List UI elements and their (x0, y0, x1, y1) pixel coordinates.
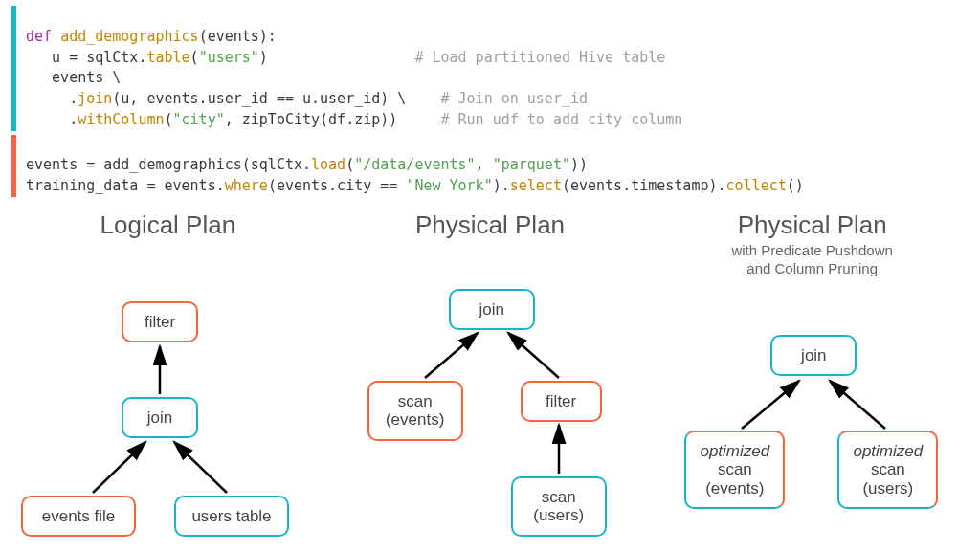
line4-args: (u, events.user_id == u.user_id) \ (112, 90, 406, 107)
scan-events-l1: scan (398, 392, 433, 410)
plans-row: Logical Plan filter join events file use… (11, 210, 969, 552)
node-filter: filter (521, 381, 602, 423)
line4-comment: # Join on user_id (440, 90, 588, 107)
svg-line-4 (508, 333, 559, 378)
scan-us-l1: scan (871, 460, 905, 478)
node-opt-scan-users: optimized scan (users) (837, 431, 938, 510)
scan-users-l1: scan (542, 488, 576, 506)
physical-plan-title: Physical Plan (334, 210, 647, 240)
code-block-function: def add_demographics(events): u = sqlCtx… (11, 6, 969, 131)
func-name: add_demographics (60, 28, 199, 45)
line2-lhs: u = sqlCtx. (52, 49, 146, 66)
opt-label-us: optimized (853, 442, 923, 460)
opt-label-ev: optimized (700, 442, 769, 460)
optimized-plan-subtitle: with Predicate Pushdown and Column Pruni… (656, 242, 969, 278)
node-events-file: events file (21, 496, 136, 538)
line2-comment: # Load partitioned Hive table (414, 49, 665, 66)
optimized-plan: Physical Plan with Predicate Pushdown an… (656, 210, 969, 552)
node-filter: filter (122, 301, 198, 343)
line4-call: join (78, 90, 112, 107)
node-scan-users: scan (users) (511, 476, 607, 537)
svg-line-3 (425, 333, 478, 378)
scan-us-l2: (users) (862, 479, 913, 497)
scan-users-l2: (users) (533, 506, 584, 524)
logical-plan-title: Logical Plan (11, 210, 324, 240)
scan-ev-l2: (events) (705, 479, 764, 497)
scan-events-l2: (events) (386, 410, 444, 429)
line5-str: "city" (173, 111, 225, 128)
line2-arg: "users" (199, 49, 259, 66)
node-users-table: users table (174, 496, 289, 538)
node-scan-events: scan (events) (368, 381, 463, 441)
sub-line: with Predicate Pushdown and Column Pruni… (731, 242, 892, 276)
physical-plan: Physical Plan join scan (events) filter … (334, 210, 647, 552)
svg-line-1 (93, 442, 145, 493)
node-join: join (122, 397, 198, 439)
line2-call: table (146, 49, 189, 66)
scan-ev-l1: scan (718, 460, 752, 478)
node-join: join (449, 289, 535, 331)
line5-call: withColumn (78, 111, 164, 128)
node-opt-scan-events: optimized scan (events) (684, 431, 785, 510)
code-block-usage: events = add_demographics(sqlCtx.load("/… (11, 135, 969, 197)
logical-plan: Logical Plan filter join events file use… (11, 210, 324, 552)
line5-comment: # Run udf to add city column (441, 111, 683, 128)
func-params: (events): (199, 28, 277, 45)
svg-line-6 (742, 381, 799, 429)
svg-line-7 (830, 381, 885, 429)
svg-line-2 (174, 442, 227, 493)
optimized-plan-title: Physical Plan (656, 210, 969, 240)
keyword-def: def (26, 28, 52, 45)
line3: events \ (52, 69, 121, 86)
node-join: join (770, 335, 857, 377)
line5-rest: , zipToCity(df.zip)) (225, 111, 398, 128)
